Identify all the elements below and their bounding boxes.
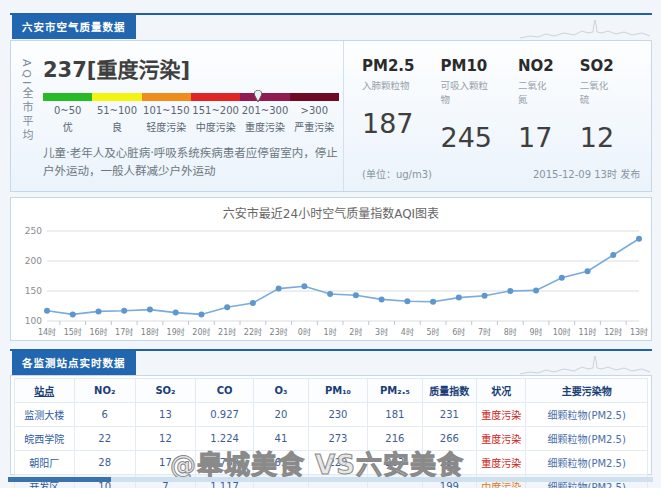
- tabrow-stations: 各监测站点实时数据: [10, 349, 652, 377]
- aqi-cell: 231: [422, 403, 476, 427]
- svg-text:200: 200: [25, 256, 42, 266]
- table-row: 监测大楼 6 13 0.927 20 230 181 231 重度污染 细颗粒物…: [15, 403, 648, 427]
- pollutant-value: 12: [580, 122, 614, 153]
- pm10-cell: 230: [308, 403, 368, 427]
- publish-time: 2015-12-09 13时 发布: [533, 166, 640, 181]
- svg-text:5时: 5时: [427, 327, 440, 337]
- aqi-scale-bar: [43, 93, 339, 101]
- so2-cell: 12: [135, 427, 195, 451]
- svg-text:16时: 16时: [89, 327, 107, 337]
- col-header-so2: SO₂: [135, 379, 195, 403]
- scale-range-label: 51~100: [92, 105, 141, 116]
- svg-text:3时: 3时: [375, 327, 388, 337]
- svg-text:4时: 4时: [401, 327, 414, 337]
- aqi-current-value: 237[重度污染]: [43, 53, 343, 83]
- stations-table: 站点 NO₂ SO₂ CO O₃ PM₁₀ PM₂.₅ 质量指数 状况 主要污染…: [14, 378, 648, 488]
- no2-cell: 6: [74, 403, 135, 427]
- col-header-aqi: 质量指数: [422, 379, 476, 403]
- col-header-pm25: PM₂.₅: [368, 379, 422, 403]
- aqi-left-section: AQI全市平均 237[重度污染]: [11, 41, 343, 191]
- tab-city-air-quality[interactable]: 六安市空气质量数据: [12, 15, 136, 39]
- o3-cell: 20: [254, 403, 308, 427]
- pollutant-column-no2: NO2 二氧化氮 17: [518, 57, 554, 153]
- col-header-no2: NO₂: [74, 379, 135, 403]
- col-header-status: 状况: [477, 379, 526, 403]
- svg-text:150: 150: [25, 286, 42, 296]
- svg-text:20时: 20时: [192, 327, 210, 337]
- scale-category-label: 严重污染: [290, 119, 339, 134]
- pollutant-name: PM10: [441, 57, 493, 75]
- pm10-cell: 273: [308, 427, 368, 451]
- scale-category-label: 中度污染: [191, 119, 240, 134]
- horizontal-scrollbar[interactable]: [8, 477, 653, 482]
- svg-text:13时: 13时: [630, 327, 648, 337]
- status-cell: 重度污染: [477, 427, 526, 451]
- svg-text:100: 100: [25, 316, 42, 326]
- aqi-city-average-label: AQI全市平均: [18, 59, 34, 191]
- col-header-pm10: PM₁₀: [308, 379, 368, 403]
- svg-text:22时: 22时: [244, 327, 262, 337]
- svg-text:15时: 15时: [64, 327, 82, 337]
- pollutant-column-pm25: PM2.5 入肺颗粒物 187: [362, 57, 415, 153]
- svg-text:6时: 6时: [452, 327, 465, 337]
- aqi-cell: 266: [422, 427, 476, 451]
- table-row: 朝阳厂 28 17 1.780 63 229 203 253 重度污染 细颗粒物…: [15, 451, 648, 475]
- no2-cell: 22: [74, 427, 135, 451]
- pollutant-name: PM2.5: [362, 57, 415, 75]
- svg-text:0时: 0时: [298, 327, 311, 337]
- scale-category-label: 良: [92, 119, 141, 134]
- station-name-cell: 监测大楼: [15, 403, 75, 427]
- scale-range-label: 0~50: [43, 105, 92, 116]
- status-cell: 重度污染: [477, 403, 526, 427]
- scale-range-label: 151~200: [191, 105, 240, 116]
- pm10-cell: 229: [308, 451, 368, 475]
- unit-note: (单位：ug/m3): [362, 166, 432, 181]
- aqi-scale-labels: 0~50 优 51~100 良 101~150 轻度污染 151~200 中度污…: [43, 105, 339, 134]
- aqi-summary-panel: AQI全市平均 237[重度污染]: [10, 40, 652, 192]
- svg-text:250: 250: [25, 226, 42, 236]
- health-advisory-text: 儿童·老年人及心脏病·呼吸系统疾病患者应停留室内，停止户外运动，一般人群减少户外…: [43, 145, 343, 181]
- so2-cell: 13: [135, 403, 195, 427]
- aqi-chart-panel: 六安市最近24小时空气质量指数AQI图表 10015020025014时15时1…: [10, 197, 652, 341]
- no2-cell: 28: [74, 451, 135, 475]
- pollutant-description: 二氧化氮: [518, 78, 554, 106]
- so2-cell: 17: [135, 451, 195, 475]
- scale-range-label: 101~150: [142, 105, 191, 116]
- table-row: 皖西学院 22 12 1.224 41 273 216 266 重度污染 细颗粒…: [15, 427, 648, 451]
- col-header-co: CO: [196, 379, 254, 403]
- pollutant-description: 可吸入颗粒物: [441, 78, 493, 106]
- aqi-scale-segment: [240, 93, 289, 101]
- col-header-primary-pollutant: 主要污染物: [526, 379, 648, 403]
- aqi-scale-segment: [191, 93, 240, 101]
- primary-pollutant-cell: 细颗粒物(PM2.5): [526, 403, 648, 427]
- horizontal-scrollbar-thumb[interactable]: [8, 477, 111, 482]
- aqi-scale-marker: [254, 90, 263, 102]
- o3-cell: 41: [254, 427, 308, 451]
- scale-category-label: 优: [43, 119, 92, 134]
- svg-text:2时: 2时: [349, 327, 362, 337]
- scale-category-label: 轻度污染: [142, 119, 191, 134]
- svg-text:8时: 8时: [504, 327, 517, 337]
- pollutant-column-pm10: PM10 可吸入颗粒物 245: [441, 57, 493, 153]
- svg-text:23时: 23时: [270, 327, 288, 337]
- co-cell: 0.927: [196, 403, 254, 427]
- scale-category-label: 重度污染: [240, 119, 289, 134]
- aqi-cell: 253: [422, 451, 476, 475]
- svg-text:9时: 9时: [529, 327, 542, 337]
- tab-station-realtime-data[interactable]: 各监测站点实时数据: [12, 351, 136, 375]
- col-header-station[interactable]: 站点: [15, 379, 75, 403]
- page: 六安市空气质量数据 AQI全市平均 237[重度污染]: [0, 0, 661, 488]
- col-header-o3: O₃: [254, 379, 308, 403]
- co-cell: 1.224: [196, 427, 254, 451]
- pollutant-value: 187: [362, 108, 415, 139]
- scale-range-label: 201~300: [240, 105, 289, 116]
- pollutant-name: SO2: [580, 57, 614, 75]
- stations-table-panel: 站点 NO₂ SO₂ CO O₃ PM₁₀ PM₂.₅ 质量指数 状况 主要污染…: [10, 375, 652, 475]
- svg-text:11时: 11时: [578, 327, 596, 337]
- aqi-scale-segment: [43, 93, 92, 101]
- svg-text:10时: 10时: [553, 327, 571, 337]
- o3-cell: 63: [254, 451, 308, 475]
- station-name-cell: 朝阳厂: [15, 451, 75, 475]
- pollutant-description: 入肺颗粒物: [362, 78, 415, 92]
- chart-title: 六安市最近24小时空气质量指数AQI图表: [11, 204, 651, 221]
